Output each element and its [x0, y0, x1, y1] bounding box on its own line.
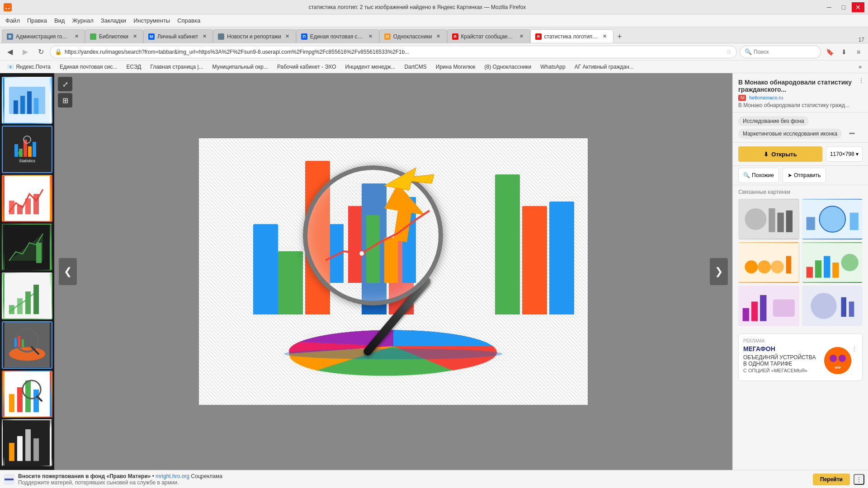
svg-rect-14 — [9, 201, 14, 214]
tab-close-5[interactable]: ✕ — [367, 33, 374, 40]
size-dropdown-button[interactable]: 1170×798 ▾ — [826, 146, 863, 162]
thumbnail-4[interactable] — [2, 224, 52, 271]
thumbnail-7[interactable] — [2, 371, 52, 418]
tab-favicon-2 — [90, 33, 96, 40]
star-icon[interactable]: ☆ — [726, 48, 732, 56]
related-item-3[interactable] — [738, 242, 799, 283]
bookmark-main-page[interactable]: Главная страница |... — [146, 63, 207, 71]
tab-close-1[interactable]: ✕ — [73, 33, 80, 40]
tab-6[interactable]: О Одноклассники ✕ — [379, 29, 447, 43]
bookmark-yandex-mail[interactable]: 📧 Яндекс.Почта — [4, 63, 54, 71]
download-button[interactable]: ⬇ — [838, 46, 850, 58]
related-item-6[interactable] — [802, 286, 863, 326]
tab-close-4[interactable]: ✕ — [284, 33, 291, 40]
bookmark-whatsapp[interactable]: WhatsApp — [537, 63, 569, 71]
close-button[interactable]: ✕ — [852, 2, 864, 12]
thumbnail-3[interactable] — [2, 175, 52, 222]
refresh-button[interactable]: ↻ — [34, 46, 47, 58]
open-button[interactable]: ⬇ Открыть — [738, 146, 822, 162]
tab-7[interactable]: Я Крайстат сообщает — Янд... ✕ — [447, 29, 530, 43]
tab-close-8[interactable]: ✕ — [601, 33, 609, 40]
bookmark-irina[interactable]: Ирина Могилюк — [432, 63, 479, 71]
bookmark-municipal[interactable]: Муниципальный окр... — [209, 63, 272, 71]
bar-orange-2 — [522, 206, 547, 314]
menu-edit[interactable]: Правка — [24, 15, 51, 26]
notification-cta-button[interactable]: Перейти — [813, 474, 850, 485]
ad-title: МЕГАФОН — [743, 345, 817, 352]
bookmark-odnoklassniki[interactable]: (8) Одноклассники — [481, 63, 535, 71]
next-image-button[interactable]: ❯ — [710, 258, 728, 285]
new-tab-button[interactable]: + — [613, 30, 626, 43]
related-item-4[interactable] — [802, 242, 863, 283]
menu-tools[interactable]: Инструменты — [130, 15, 174, 26]
right-panel-desc: В Монако обнародовали статистику гражд..… — [738, 102, 854, 108]
tab-5[interactable]: П Единая почтовая система ✕ — [296, 29, 379, 43]
bookmark-citizen[interactable]: АГ Активный граждан... — [571, 63, 637, 71]
tab-close-3[interactable]: ✕ — [201, 33, 208, 40]
tags-row: Исследование без фона Маркетинговые иссл… — [733, 113, 868, 143]
svg-rect-38 — [33, 389, 39, 412]
tab-1[interactable]: В Администрация города Ш... ✕ — [2, 29, 85, 43]
bookmark-echo[interactable]: Рабочий кабинет - ЭХО — [274, 63, 340, 71]
forward-button[interactable]: ▶ — [19, 46, 32, 58]
minimize-button[interactable]: ─ — [823, 2, 835, 12]
related-item-2[interactable] — [802, 199, 863, 239]
tab-close-2[interactable]: ✕ — [131, 33, 138, 40]
tab-8[interactable]: Я статистика логотип: 2 тыс... ✕ — [530, 29, 613, 43]
menu-file[interactable]: Файл — [2, 15, 24, 26]
svg-rect-51 — [384, 238, 398, 283]
viewer-area: ⤢ ⊞ ❮ ❯ — [54, 73, 732, 470]
tab-favicon-4 — [218, 33, 224, 40]
send-button[interactable]: ➤ Отправить — [783, 168, 826, 183]
notification-close-button[interactable]: ⋮ — [854, 474, 864, 485]
thumbnail-2[interactable]: Statistics — [2, 126, 52, 173]
bookmark-esed[interactable]: ЕСЭД — [123, 63, 145, 71]
maximize-button[interactable]: □ — [837, 2, 850, 12]
tab-2[interactable]: Библиотеки ✕ — [85, 29, 143, 43]
thumbnail-1[interactable] — [2, 77, 52, 124]
thumbnail-5[interactable] — [2, 272, 52, 319]
tab-3[interactable]: М Личный кабинет ✕ — [143, 29, 213, 43]
address-bar: 🔒 ☆ — [50, 46, 737, 58]
svg-rect-6 — [14, 144, 18, 157]
back-button[interactable]: ◀ — [4, 46, 16, 58]
right-panel-source[interactable]: IM hellomonaco.ru — [738, 95, 854, 100]
svg-point-75 — [841, 254, 858, 271]
tag-1[interactable]: Исследование без фона — [738, 116, 809, 126]
menu-bookmarks[interactable]: Закладки — [97, 15, 130, 26]
tab-4[interactable]: Новости и репортажи ✕ — [213, 29, 296, 43]
menu-history[interactable]: Журнал — [68, 15, 97, 26]
similar-button[interactable]: 🔍 Похожие — [738, 168, 779, 183]
prev-image-button[interactable]: ❮ — [59, 258, 77, 285]
bookmark-dartcms[interactable]: DartCMS — [401, 63, 430, 71]
fullscreen-button[interactable]: ⤢ — [58, 77, 72, 91]
related-title: Связанные картинки — [738, 189, 863, 195]
bookmark-incident[interactable]: Инцидент менедж... — [342, 63, 399, 71]
firefox-logo: 🦊 — [4, 3, 12, 11]
search-input[interactable] — [754, 49, 816, 55]
svg-rect-16 — [25, 198, 31, 214]
crop-button[interactable]: ⊞ — [58, 93, 72, 108]
related-item-1[interactable] — [738, 199, 799, 239]
thumbnail-6[interactable] — [2, 321, 52, 368]
menubar: Файл Правка Вид Журнал Закладки Инструме… — [0, 14, 868, 27]
menu-view[interactable]: Вид — [51, 15, 69, 26]
notification-source-link[interactable]: mright.hro.org — [156, 473, 189, 479]
thumbnail-8[interactable] — [2, 419, 52, 466]
address-input[interactable] — [65, 49, 723, 55]
svg-rect-20 — [36, 243, 42, 263]
bookmark-icon-btn[interactable]: 🔖 — [824, 46, 835, 58]
more-options-button[interactable]: ⋮ — [858, 77, 864, 84]
tag-2[interactable]: Маркетинговые исследования иконка — [738, 129, 842, 139]
bookmarks-more[interactable]: » — [856, 63, 864, 71]
svg-rect-45 — [33, 438, 39, 461]
ad-more-button[interactable]: ⋮ — [851, 345, 858, 352]
tab-close-7[interactable]: ✕ — [518, 33, 525, 40]
menu-help[interactable]: Справка — [174, 15, 204, 26]
menu-button[interactable]: ≡ — [853, 46, 864, 58]
related-item-5[interactable] — [738, 286, 799, 326]
tab-close-6[interactable]: ✕ — [435, 33, 442, 40]
svg-rect-30 — [14, 338, 17, 347]
bookmark-postal[interactable]: Единая почтовая сис... — [56, 63, 121, 71]
tag-more[interactable]: ••• — [844, 129, 859, 139]
